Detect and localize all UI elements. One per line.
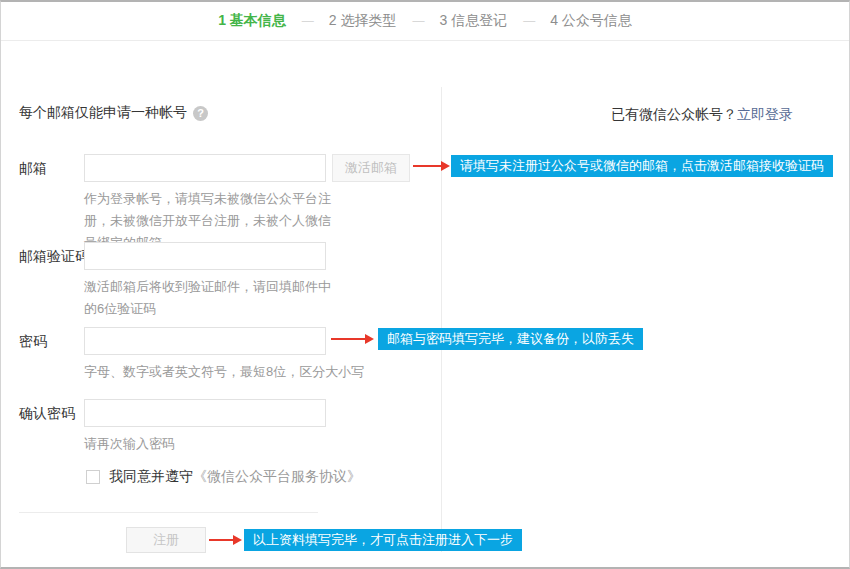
registration-page: 1 基本信息 — 2 选择类型 — 3 信息登记 — 4 公众号信息 每个邮箱仅… <box>0 0 850 569</box>
intro-text: 每个邮箱仅能申请一种帐号 <box>19 104 187 122</box>
step-info-register: 3 信息登记 <box>440 12 508 30</box>
email-tip-callout: 请填写未注册过公众号或微信的邮箱，点击激活邮箱接收验证码 <box>451 155 833 177</box>
confirm-password-label: 确认密码 <box>19 399 75 427</box>
step-separator: — <box>523 14 534 28</box>
confirm-password-input[interactable] <box>84 399 326 427</box>
content-area: 每个邮箱仅能申请一种帐号 ? 已有微信公众帐号？立即登录 邮箱 激活邮箱 作为登… <box>1 42 849 567</box>
password-label: 密码 <box>19 327 47 355</box>
register-button[interactable]: 注册 <box>126 527 206 553</box>
agreement-row: 我同意并遵守 《微信公众平台服务协议》 <box>86 468 361 486</box>
existing-account-row: 已有微信公众帐号？立即登录 <box>611 106 793 124</box>
confirm-password-help-text: 请再次输入密码 <box>84 433 334 455</box>
password-help-text: 字母、数字或者英文符号，最短8位，区分大小写 <box>84 361 404 383</box>
step-separator: — <box>302 14 313 28</box>
existing-account-text: 已有微信公众帐号？ <box>611 106 737 122</box>
service-agreement-link[interactable]: 《微信公众平台服务协议》 <box>193 468 361 486</box>
email-code-input[interactable] <box>84 242 326 270</box>
vertical-divider <box>441 87 442 552</box>
red-arrow-icon <box>209 535 242 545</box>
stepper: 1 基本信息 — 2 选择类型 — 3 信息登记 — 4 公众号信息 <box>1 2 849 41</box>
intro-note: 每个邮箱仅能申请一种帐号 ? <box>19 104 208 122</box>
step-account-info: 4 公众号信息 <box>550 12 632 30</box>
email-code-label: 邮箱验证码 <box>19 242 89 270</box>
red-arrow-icon <box>331 334 374 344</box>
agreement-text: 我同意并遵守 <box>109 468 193 486</box>
password-input[interactable] <box>84 327 326 355</box>
activate-email-button[interactable]: 激活邮箱 <box>332 154 410 182</box>
register-tip-callout: 以上资料填写完毕，才可点击注册进入下一步 <box>244 529 522 551</box>
step-separator: — <box>413 14 424 28</box>
password-tip-callout: 邮箱与密码填写完毕，建议备份，以防丢失 <box>378 328 643 350</box>
agreement-checkbox[interactable] <box>86 470 100 484</box>
red-arrow-icon <box>413 161 450 171</box>
email-code-help-text: 激活邮箱后将收到验证邮件，请回填邮件中的6位验证码 <box>84 276 334 320</box>
email-input[interactable] <box>84 154 326 182</box>
step-basic-info: 1 基本信息 <box>218 12 286 30</box>
email-label: 邮箱 <box>19 154 47 182</box>
step-choose-type: 2 选择类型 <box>329 12 397 30</box>
help-question-icon[interactable]: ? <box>193 106 208 121</box>
form-bottom-divider <box>19 512 318 513</box>
login-now-link[interactable]: 立即登录 <box>737 106 793 122</box>
